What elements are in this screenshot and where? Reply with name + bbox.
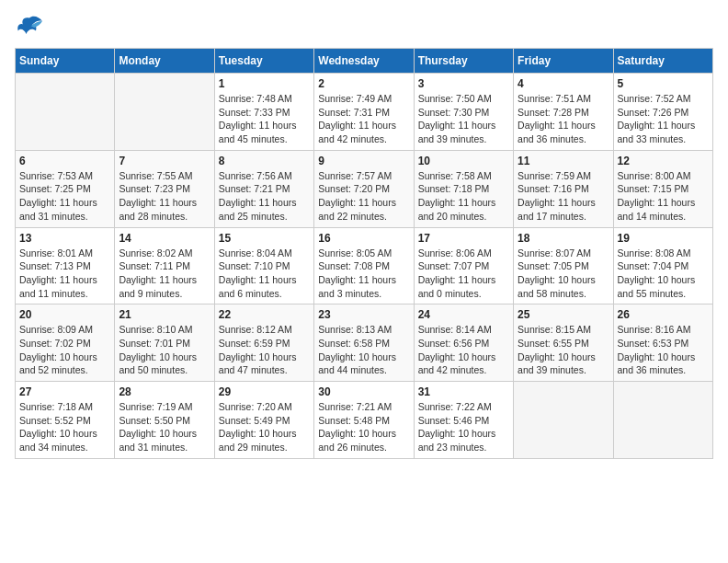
col-saturday: Saturday <box>613 49 712 74</box>
day-cell: 30Sunrise: 7:21 AM Sunset: 5:48 PM Dayli… <box>314 382 414 459</box>
day-cell: 7Sunrise: 7:55 AM Sunset: 7:23 PM Daylig… <box>115 150 214 227</box>
day-detail: Sunrise: 8:15 AM Sunset: 6:55 PM Dayligh… <box>518 323 609 377</box>
day-cell: 29Sunrise: 7:20 AM Sunset: 5:49 PM Dayli… <box>214 382 313 459</box>
day-cell <box>514 382 613 459</box>
day-cell: 14Sunrise: 8:02 AM Sunset: 7:11 PM Dayli… <box>115 227 214 304</box>
day-detail: Sunrise: 7:57 AM Sunset: 7:20 PM Dayligh… <box>318 169 409 224</box>
col-monday: Monday <box>115 49 214 74</box>
day-cell: 12Sunrise: 8:00 AM Sunset: 7:15 PM Dayli… <box>613 150 712 227</box>
day-detail: Sunrise: 8:14 AM Sunset: 6:56 PM Dayligh… <box>418 323 509 377</box>
day-detail: Sunrise: 7:59 AM Sunset: 7:16 PM Dayligh… <box>518 169 609 224</box>
week-row-4: 20Sunrise: 8:09 AM Sunset: 7:02 PM Dayli… <box>16 304 713 382</box>
day-detail: Sunrise: 7:48 AM Sunset: 7:33 PM Dayligh… <box>219 92 310 146</box>
col-thursday: Thursday <box>414 49 513 74</box>
day-detail: Sunrise: 7:19 AM Sunset: 5:50 PM Dayligh… <box>119 400 210 454</box>
day-number: 3 <box>418 77 509 90</box>
day-number: 27 <box>19 385 110 398</box>
week-row-3: 13Sunrise: 8:01 AM Sunset: 7:13 PM Dayli… <box>16 227 713 304</box>
day-detail: Sunrise: 8:04 AM Sunset: 7:10 PM Dayligh… <box>219 247 310 301</box>
header-row: Sunday Monday Tuesday Wednesday Thursday… <box>16 49 713 74</box>
day-number: 30 <box>318 385 409 398</box>
day-number: 18 <box>518 232 609 245</box>
day-cell: 9Sunrise: 7:57 AM Sunset: 7:20 PM Daylig… <box>314 150 414 227</box>
day-cell: 19Sunrise: 8:08 AM Sunset: 7:04 PM Dayli… <box>613 227 712 304</box>
day-cell: 25Sunrise: 8:15 AM Sunset: 6:55 PM Dayli… <box>514 304 613 382</box>
day-number: 2 <box>318 77 409 90</box>
day-detail: Sunrise: 7:49 AM Sunset: 7:31 PM Dayligh… <box>318 92 409 146</box>
col-tuesday: Tuesday <box>214 49 313 74</box>
week-row-2: 6Sunrise: 7:53 AM Sunset: 7:25 PM Daylig… <box>16 150 713 227</box>
day-detail: Sunrise: 8:13 AM Sunset: 6:58 PM Dayligh… <box>318 323 409 377</box>
day-cell: 22Sunrise: 8:12 AM Sunset: 6:59 PM Dayli… <box>214 304 313 382</box>
day-number: 4 <box>518 77 609 90</box>
day-detail: Sunrise: 8:08 AM Sunset: 7:04 PM Dayligh… <box>618 247 709 301</box>
page-header <box>15 15 713 40</box>
day-detail: Sunrise: 8:07 AM Sunset: 7:05 PM Dayligh… <box>518 247 609 301</box>
day-detail: Sunrise: 7:53 AM Sunset: 7:25 PM Dayligh… <box>19 169 110 224</box>
day-cell: 6Sunrise: 7:53 AM Sunset: 7:25 PM Daylig… <box>16 150 115 227</box>
day-cell: 23Sunrise: 8:13 AM Sunset: 6:58 PM Dayli… <box>314 304 414 382</box>
day-cell: 2Sunrise: 7:49 AM Sunset: 7:31 PM Daylig… <box>314 74 414 151</box>
day-cell: 27Sunrise: 7:18 AM Sunset: 5:52 PM Dayli… <box>16 382 115 459</box>
col-sunday: Sunday <box>16 49 115 74</box>
logo-icon <box>15 15 44 40</box>
day-number: 6 <box>19 155 110 167</box>
day-number: 15 <box>219 232 310 245</box>
day-number: 26 <box>618 308 709 321</box>
day-cell: 31Sunrise: 7:22 AM Sunset: 5:46 PM Dayli… <box>414 382 513 459</box>
day-detail: Sunrise: 7:50 AM Sunset: 7:30 PM Dayligh… <box>418 92 509 146</box>
day-cell: 21Sunrise: 8:10 AM Sunset: 7:01 PM Dayli… <box>115 304 214 382</box>
day-detail: Sunrise: 7:52 AM Sunset: 7:26 PM Dayligh… <box>618 92 709 146</box>
col-friday: Friday <box>514 49 613 74</box>
day-cell: 20Sunrise: 8:09 AM Sunset: 7:02 PM Dayli… <box>16 304 115 382</box>
day-number: 22 <box>219 308 310 321</box>
day-cell: 5Sunrise: 7:52 AM Sunset: 7:26 PM Daylig… <box>613 74 712 151</box>
day-cell: 28Sunrise: 7:19 AM Sunset: 5:50 PM Dayli… <box>115 382 214 459</box>
day-number: 20 <box>19 308 110 321</box>
day-detail: Sunrise: 7:55 AM Sunset: 7:23 PM Dayligh… <box>119 169 210 224</box>
calendar-table: Sunday Monday Tuesday Wednesday Thursday… <box>15 48 713 459</box>
day-detail: Sunrise: 8:12 AM Sunset: 6:59 PM Dayligh… <box>219 323 310 377</box>
day-number: 19 <box>618 232 709 245</box>
day-detail: Sunrise: 8:00 AM Sunset: 7:15 PM Dayligh… <box>618 169 709 224</box>
week-row-1: 1Sunrise: 7:48 AM Sunset: 7:33 PM Daylig… <box>16 74 713 151</box>
day-detail: Sunrise: 7:56 AM Sunset: 7:21 PM Dayligh… <box>219 169 310 224</box>
day-cell: 4Sunrise: 7:51 AM Sunset: 7:28 PM Daylig… <box>514 74 613 151</box>
day-number: 12 <box>618 155 709 167</box>
day-detail: Sunrise: 8:06 AM Sunset: 7:07 PM Dayligh… <box>418 247 509 301</box>
day-detail: Sunrise: 8:01 AM Sunset: 7:13 PM Dayligh… <box>19 247 110 301</box>
day-cell: 15Sunrise: 8:04 AM Sunset: 7:10 PM Dayli… <box>214 227 313 304</box>
day-number: 14 <box>119 232 210 245</box>
day-number: 1 <box>219 77 310 90</box>
day-cell <box>16 74 115 151</box>
day-number: 11 <box>518 155 609 167</box>
day-cell: 11Sunrise: 7:59 AM Sunset: 7:16 PM Dayli… <box>514 150 613 227</box>
day-number: 25 <box>518 308 609 321</box>
day-cell: 16Sunrise: 8:05 AM Sunset: 7:08 PM Dayli… <box>314 227 414 304</box>
day-cell <box>613 382 712 459</box>
day-cell: 3Sunrise: 7:50 AM Sunset: 7:30 PM Daylig… <box>414 74 513 151</box>
day-detail: Sunrise: 7:18 AM Sunset: 5:52 PM Dayligh… <box>19 400 110 454</box>
day-number: 29 <box>219 385 310 398</box>
day-number: 23 <box>318 308 409 321</box>
day-detail: Sunrise: 7:22 AM Sunset: 5:46 PM Dayligh… <box>418 400 509 454</box>
day-detail: Sunrise: 7:20 AM Sunset: 5:49 PM Dayligh… <box>219 400 310 454</box>
week-row-5: 27Sunrise: 7:18 AM Sunset: 5:52 PM Dayli… <box>16 382 713 459</box>
day-number: 17 <box>418 232 509 245</box>
day-cell: 10Sunrise: 7:58 AM Sunset: 7:18 PM Dayli… <box>414 150 513 227</box>
day-detail: Sunrise: 8:10 AM Sunset: 7:01 PM Dayligh… <box>119 323 210 377</box>
day-number: 7 <box>119 155 210 167</box>
day-cell: 1Sunrise: 7:48 AM Sunset: 7:33 PM Daylig… <box>214 74 313 151</box>
day-number: 9 <box>318 155 409 167</box>
calendar-body: 1Sunrise: 7:48 AM Sunset: 7:33 PM Daylig… <box>16 74 713 459</box>
day-number: 31 <box>418 385 509 398</box>
day-number: 8 <box>219 155 310 167</box>
day-number: 28 <box>119 385 210 398</box>
day-cell: 13Sunrise: 8:01 AM Sunset: 7:13 PM Dayli… <box>16 227 115 304</box>
day-detail: Sunrise: 8:02 AM Sunset: 7:11 PM Dayligh… <box>119 247 210 301</box>
day-cell: 18Sunrise: 8:07 AM Sunset: 7:05 PM Dayli… <box>514 227 613 304</box>
day-detail: Sunrise: 8:16 AM Sunset: 6:53 PM Dayligh… <box>618 323 709 377</box>
day-cell <box>115 74 214 151</box>
day-number: 13 <box>19 232 110 245</box>
day-cell: 17Sunrise: 8:06 AM Sunset: 7:07 PM Dayli… <box>414 227 513 304</box>
